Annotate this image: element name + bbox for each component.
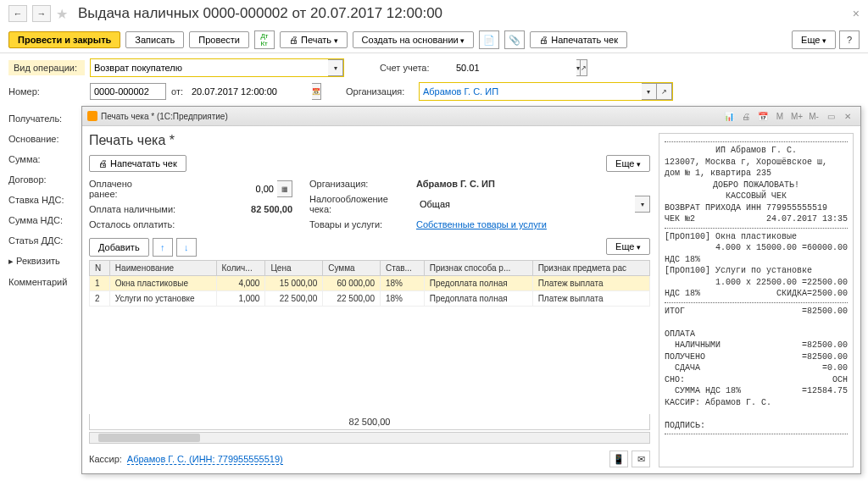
device-icon[interactable]: 📱: [609, 451, 628, 467]
goods-label: Товары и услуги:: [309, 219, 411, 229]
col-sum[interactable]: Сумма: [323, 261, 381, 276]
tool-mplus[interactable]: M+: [789, 109, 804, 123]
dlg-more-button[interactable]: Еще: [606, 155, 650, 172]
op-type-input[interactable]: [91, 59, 328, 76]
items-table[interactable]: N Наименование Колич... Цена Сумма Став.…: [89, 260, 650, 307]
basis-label: Основание:: [8, 129, 85, 149]
forward-button[interactable]: →: [32, 5, 51, 22]
create-based-button[interactable]: Создать на основании: [353, 31, 475, 48]
dialog-minimize-icon[interactable]: ▭: [823, 109, 838, 123]
cashier-link[interactable]: Абрамов Г. С. (ИНН: 779955555519): [127, 454, 283, 465]
back-button[interactable]: ←: [8, 5, 27, 22]
conduct-button[interactable]: Провести: [189, 31, 249, 48]
doc-icon[interactable]: 📄: [479, 30, 499, 49]
number-input[interactable]: [90, 83, 166, 100]
dialog-close-icon[interactable]: ✕: [840, 109, 855, 123]
account-input[interactable]: [453, 59, 576, 76]
table-row[interactable]: 1 Окна пластиковые 4,000 15 000,00 60 00…: [90, 276, 650, 291]
dlg-print-check-button[interactable]: 🖨 Напечатать чек: [89, 155, 186, 172]
table-row[interactable]: 2 Услуги по установке 1,000 22 500,00 22…: [90, 291, 650, 307]
print-check-dialog: Печать чека * (1С:Предприятие) 📊 🖨 📅 M M…: [81, 106, 861, 474]
paid-before-input[interactable]: [153, 180, 277, 197]
org-label: Организация:: [346, 86, 414, 97]
op-type-drop[interactable]: ▾: [328, 59, 343, 76]
contract-label: Договор:: [8, 169, 85, 190]
tool-mminus[interactable]: M-: [806, 109, 821, 123]
save-button[interactable]: Записать: [125, 31, 184, 48]
move-down-icon[interactable]: ↓: [176, 238, 197, 257]
add-button[interactable]: Добавить: [89, 238, 149, 257]
move-up-icon[interactable]: ↑: [153, 238, 173, 257]
account-label: Счет учета:: [380, 63, 448, 73]
remaining-label: Осталось оплатить:: [89, 219, 182, 229]
print-check-button[interactable]: 🖨 Напечатать чек: [530, 31, 627, 48]
op-type-label: Вид операции:: [8, 60, 85, 75]
table-more-button[interactable]: Еще: [606, 238, 650, 255]
dlg-org-value: Абрамов Г. С. ИП: [416, 179, 495, 189]
table-total: 82 500,00: [89, 414, 650, 430]
tool-print-icon[interactable]: 🖨: [738, 109, 754, 123]
more-button[interactable]: Еще: [792, 30, 836, 49]
from-label: от:: [171, 86, 183, 97]
dds-label: Статья ДДС:: [8, 230, 85, 251]
tool-m[interactable]: M: [772, 109, 787, 123]
paid-before-label: Оплачено ранее:: [89, 179, 148, 199]
comment-label: Комментарий: [8, 272, 85, 292]
receipt-preview: ИП Абрамов Г. С. 123007, Москва г, Хорош…: [659, 133, 854, 467]
page-title: Выдача наличных 0000-000002 от 20.07.201…: [78, 5, 442, 22]
help-icon[interactable]: ?: [839, 30, 860, 49]
org-input[interactable]: [420, 83, 642, 100]
vat-sum-label: Сумма НДС:: [8, 210, 85, 230]
email-icon[interactable]: ✉: [632, 451, 650, 467]
tax-drop[interactable]: ▾: [635, 196, 650, 213]
col-price[interactable]: Цена: [265, 261, 323, 276]
warning-icon[interactable]: ⚠: [312, 86, 320, 97]
col-vat[interactable]: Став...: [380, 261, 424, 276]
org-open[interactable]: ↗: [657, 83, 672, 100]
dialog-window-title: Печать чека * (1С:Предприятие): [101, 112, 228, 121]
recipient-label: Получатель:: [8, 108, 85, 129]
date-input[interactable]: [188, 83, 312, 100]
col-sign1[interactable]: Признак способа р...: [424, 261, 532, 276]
tool-cal-icon[interactable]: 📅: [755, 109, 771, 123]
close-icon[interactable]: ×: [853, 7, 860, 20]
clip-icon[interactable]: 📎: [504, 30, 525, 49]
horizontal-scrollbar[interactable]: [89, 432, 650, 444]
requisites-link[interactable]: Реквизить: [8, 251, 85, 272]
sum-label: Сумма:: [8, 149, 85, 169]
number-label: Номер:: [8, 86, 85, 97]
col-qty[interactable]: Колич...: [216, 261, 265, 276]
goods-link[interactable]: Собственные товары и услуги: [416, 219, 547, 229]
cash-pay-value: 82 500,00: [187, 204, 292, 214]
print-button[interactable]: 🖨 Печать: [280, 31, 348, 48]
tax-input[interactable]: [416, 196, 635, 213]
account-open[interactable]: ↗: [581, 59, 587, 76]
cashier-label: Кассир:: [89, 454, 122, 464]
dialog-header: Печать чека *: [89, 133, 650, 148]
dlg-org-label: Организация:: [309, 179, 411, 189]
cash-pay-label: Оплата наличными:: [89, 204, 182, 214]
conduct-close-button[interactable]: Провести и закрыть: [8, 31, 120, 48]
tax-label: Налогообложение чека:: [309, 194, 411, 214]
col-name[interactable]: Наименование: [109, 261, 216, 276]
paid-before-calc-icon[interactable]: ▦: [277, 180, 292, 197]
dt-kt-icon[interactable]: ДтКт: [254, 30, 275, 49]
app-icon: [87, 111, 97, 121]
tool-calc-icon[interactable]: 📊: [721, 109, 737, 123]
col-n[interactable]: N: [90, 261, 110, 276]
vat-rate-label: Ставка НДС:: [8, 190, 85, 210]
org-drop[interactable]: ▾: [642, 83, 657, 100]
favorite-star-icon[interactable]: ★: [56, 6, 68, 22]
col-sign2[interactable]: Признак предмета рас: [532, 261, 649, 276]
